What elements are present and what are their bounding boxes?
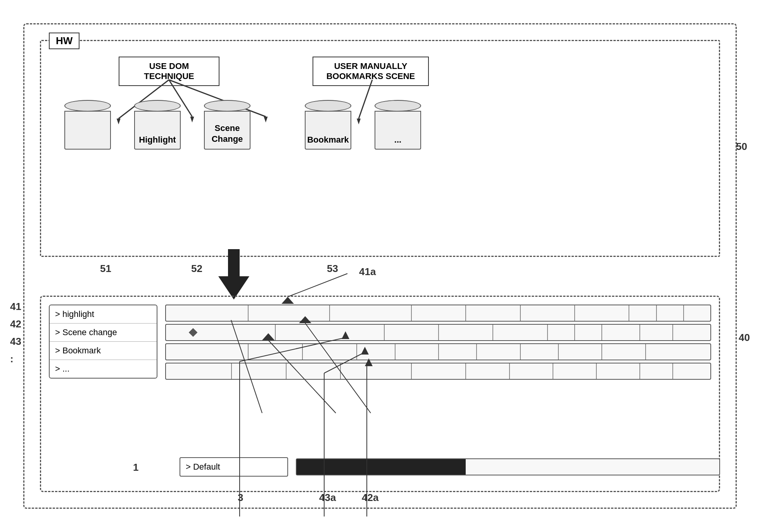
ref-41a: 41a [359,266,376,278]
tick-43-10 [645,344,646,360]
ref-51: 51 [100,263,111,275]
tick-42-6 [574,325,575,340]
tick-44-10 [672,363,673,379]
cyl-body-scene-change: SceneChange [204,111,250,150]
track-item-bookmark: > Bookmark [50,342,157,360]
tick-41-4 [465,305,466,321]
tick-43-2 [302,344,303,360]
track-list-panel: > highlight > Scene change > Bookmark > … [49,305,157,379]
ref-53: 53 [327,263,338,275]
dom-technique-label: USE DOM TECHNIQUE [144,61,194,81]
tick-41-2 [329,305,330,321]
timeline-row-42 [165,324,711,341]
cylinder-scene-change: SceneChange [204,99,250,150]
cyl-top-1 [64,100,111,112]
ref-42: 42 [10,318,21,330]
ref-43a-bottom: 43a [319,492,336,504]
tick-41-8 [656,305,657,321]
cylinder-bookmark: Bookmark [305,99,351,150]
ref-1: 1 [133,461,138,473]
ref-41: 41 [10,301,21,313]
user-bookmark-box: USER MANUALLYBOOKMARKS SCENE [313,57,429,86]
cyl-body-dots: ... [375,111,421,150]
tick-41-6 [574,305,575,321]
track-item-dots: > ... [50,360,157,378]
ref-3-bottom: 3 [238,492,243,504]
tick-43-8 [558,344,559,360]
ref-43: 43 [10,336,21,348]
cylinders-row: Highlight SceneChange Bookmark [64,99,421,150]
track-item-highlight: > highlight [50,305,157,324]
track-bookmark-label: > Bookmark [55,346,101,355]
tick-42-4 [492,325,493,340]
tick-41-9 [683,305,684,321]
tick-44-1 [231,363,232,379]
tick-44-2 [286,363,287,379]
tick-42-3 [438,325,439,340]
line-41a [288,274,347,297]
cyl-top-bookmark [305,100,351,112]
tick-43-5 [438,344,439,360]
arrow-shaft [228,249,240,280]
dom-technique-box: USE DOM TECHNIQUE [119,57,219,86]
highlight-label: Highlight [135,135,180,145]
tick-44-5 [465,363,466,379]
cyl-top-scene-change [204,100,250,112]
big-arrow-container [218,249,249,300]
tick-41-3 [411,305,412,321]
default-label-box: > Default [180,457,288,477]
hw-box: HW USE DOM TECHNIQUE USER MANUALLYBOOKMA… [40,40,720,257]
scene-change-label: SceneChange [205,123,250,145]
tick-44-9 [639,363,640,379]
default-timeline [296,458,720,475]
bookmark-label: Bookmark [306,135,351,145]
track-highlight-label: > highlight [55,309,94,319]
timeline-row-44 [165,363,711,380]
cyl-top-highlight [134,100,181,112]
cyl-body-1 [64,111,111,150]
diamond-42 [189,328,198,337]
tick-43-9 [601,344,602,360]
track-item-scene-change: > Scene change [50,324,157,342]
tick-43-4 [395,344,396,360]
cyl-top-dots [375,100,421,112]
tick-42-9 [672,325,673,340]
tick-44-3 [340,363,341,379]
tick-44-7 [553,363,553,379]
dots-label: ... [375,135,420,145]
track-dots-label: > ... [55,364,69,374]
tick-41-7 [629,305,629,321]
timeline-row-43 [165,343,711,360]
tick-41-1 [248,305,249,321]
ref-40: 40 [739,332,750,344]
tick-42-1 [275,325,276,340]
user-bookmark-label: USER MANUALLYBOOKMARKS SCENE [326,61,415,81]
track-scene-change-label: > Scene change [55,327,117,337]
default-label-text: > Default [186,462,220,472]
cyl-body-highlight: Highlight [134,111,181,150]
tick-42-8 [639,325,640,340]
ref-dots: : [10,353,14,365]
ref-50: 50 [736,141,747,153]
tick-42-2 [384,325,385,340]
tick-43-1 [248,344,249,360]
hw-label: HW [49,33,79,49]
cylinder-highlight: Highlight [134,99,181,150]
default-row-outer: > Default [40,457,720,477]
ref-42a-bottom: 42a [362,492,378,504]
tri-41a [282,297,294,304]
cylinder-dots: ... [375,99,421,150]
main-diagram: HW USE DOM TECHNIQUE USER MANUALLYBOOKMA… [23,23,737,509]
tick-42-5 [547,325,548,340]
tick-44-4 [411,363,412,379]
timeline-area [165,305,711,380]
cyl-body-bookmark: Bookmark [305,111,351,150]
tick-42-7 [601,325,602,340]
tick-43-7 [520,344,521,360]
tick-41-5 [520,305,521,321]
cylinder-1 [64,99,111,150]
tick-43-3 [356,344,357,360]
timeline-row-41 [165,305,711,322]
tick-43-6 [476,344,477,360]
tick-44-8 [596,363,597,379]
